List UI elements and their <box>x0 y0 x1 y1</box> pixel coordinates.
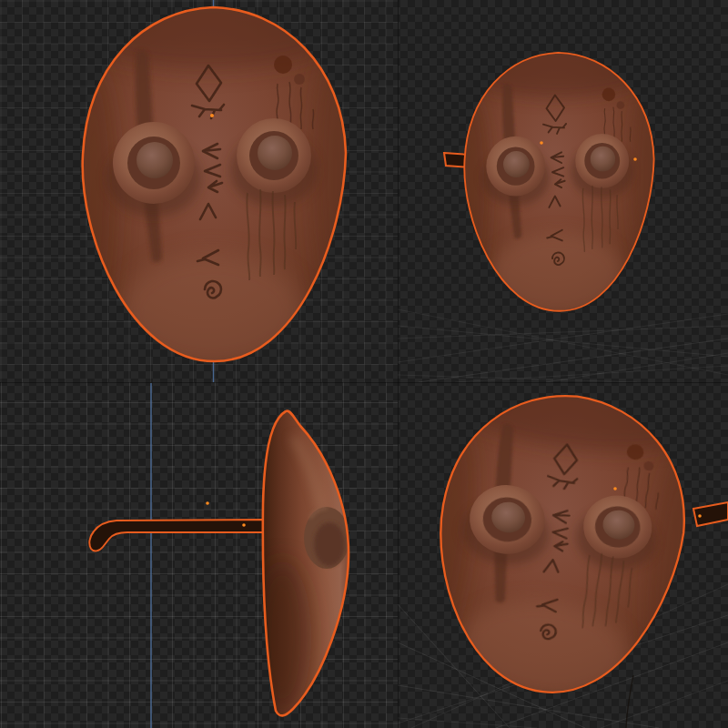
mask-front-view[interactable] <box>70 0 359 369</box>
quad-viewport <box>0 0 728 728</box>
mask-side-view[interactable] <box>89 411 349 716</box>
origin-dot <box>698 514 702 518</box>
mask-perspective-left[interactable] <box>410 369 728 715</box>
origin-dot <box>206 501 209 505</box>
origin-dot <box>540 141 543 145</box>
front-view-content <box>70 0 359 383</box>
origin-dot <box>613 487 617 490</box>
handle-stub-right <box>693 502 728 526</box>
perspective-right-content <box>398 42 728 382</box>
profile-lower-shadow <box>253 560 311 714</box>
perspective-floor-grid <box>398 309 728 382</box>
mask-perspective-right[interactable] <box>444 42 663 317</box>
origin-dot <box>633 157 637 161</box>
thin-strand-line <box>626 675 633 728</box>
origin-dot <box>242 523 246 527</box>
perspective-left-content <box>398 369 728 728</box>
scene-layer <box>0 0 728 728</box>
eye-bump-side <box>304 507 349 569</box>
origin-dot <box>210 114 214 117</box>
side-view-content <box>89 383 349 728</box>
handle-stick <box>89 520 264 551</box>
